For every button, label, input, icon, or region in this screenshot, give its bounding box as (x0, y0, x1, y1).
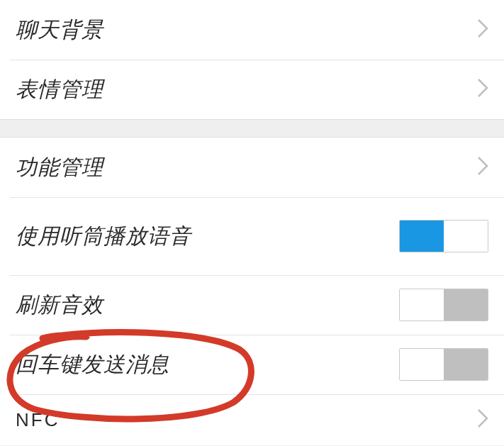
section-divider (0, 119, 504, 138)
label-chat-background: 聊天背景 (16, 16, 103, 45)
label-enter-to-send: 回车键发送消息 (16, 350, 169, 379)
row-enter-to-send[interactable]: 回车键发送消息 (0, 335, 504, 394)
toggle-enter-to-send[interactable] (399, 348, 488, 381)
chevron-right-icon (477, 156, 488, 179)
chevron-right-icon (477, 18, 488, 41)
toggle-refresh-sound[interactable] (399, 289, 488, 321)
label-sticker-management: 表情管理 (16, 75, 103, 104)
label-earpiece-playback: 使用听筒播放语音 (16, 222, 191, 251)
row-sticker-management[interactable]: 表情管理 (0, 60, 504, 119)
row-feature-management[interactable]: 功能管理 (0, 138, 504, 197)
chevron-right-icon (477, 78, 488, 101)
label-feature-management: 功能管理 (16, 153, 103, 182)
row-chat-background[interactable]: 聊天背景 (0, 0, 504, 60)
row-earpiece-playback[interactable]: 使用听筒播放语音 (0, 197, 504, 275)
row-nfc[interactable]: NFC (0, 394, 504, 445)
label-nfc: NFC (16, 409, 60, 431)
row-refresh-sound[interactable]: 刷新音效 (0, 275, 504, 335)
chevron-right-icon (477, 408, 488, 431)
toggle-earpiece-playback[interactable] (399, 220, 488, 252)
label-refresh-sound: 刷新音效 (16, 291, 103, 320)
